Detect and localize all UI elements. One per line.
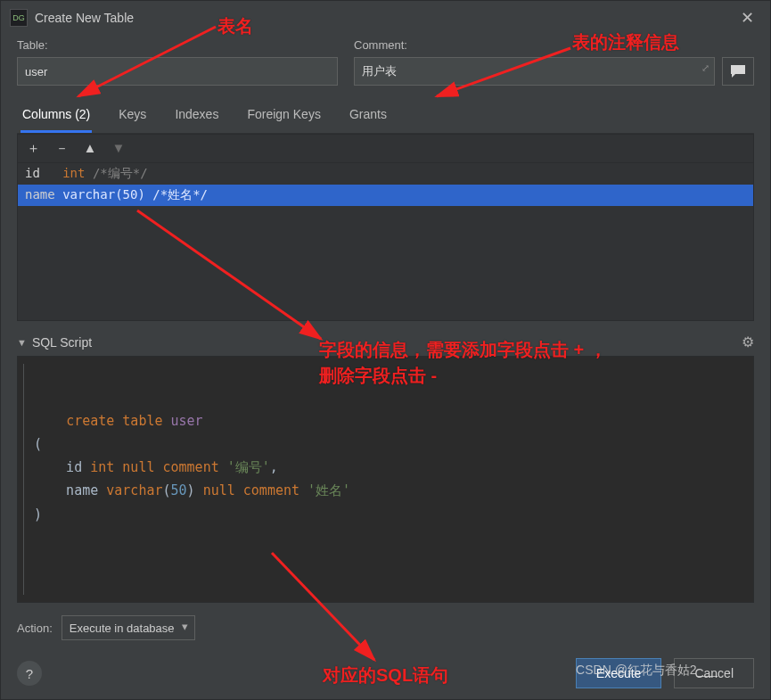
table-name-input[interactable] [17, 57, 338, 86]
column-row[interactable]: name varchar(50) /*姓名*/ [18, 185, 753, 206]
sql-editor[interactable]: create table user ( id int null comment … [17, 356, 754, 603]
help-button[interactable]: ? [17, 661, 42, 686]
disclosure-icon[interactable]: ▼ [17, 337, 27, 348]
create-table-dialog: DG Create New Table ✕ Table: Comment: ⤢ [0, 0, 771, 700]
tab-columns[interactable]: Columns (2) [21, 98, 92, 133]
app-icon: DG [10, 9, 28, 27]
add-column-icon[interactable]: ＋ [25, 140, 41, 157]
column-row[interactable]: id int /*编号*/ [18, 163, 753, 185]
tab-grants[interactable]: Grants [348, 98, 389, 133]
table-field-label: Table: [17, 38, 338, 52]
comment-dialog-button[interactable] [722, 57, 754, 86]
move-down-icon[interactable]: ▼ [111, 140, 127, 157]
tab-keys[interactable]: Keys [117, 98, 148, 133]
columns-toolbar: ＋ － ▲ ▼ [18, 135, 753, 163]
gear-icon[interactable]: ⚙ [742, 334, 754, 350]
close-icon[interactable]: ✕ [734, 6, 761, 29]
action-select[interactable]: Execute in database [62, 615, 195, 640]
dialog-title: Create New Table [35, 11, 134, 25]
tabs: Columns (2) Keys Indexes Foreign Keys Gr… [17, 98, 754, 134]
remove-column-icon[interactable]: － [53, 140, 70, 157]
execute-button[interactable]: Execute [576, 658, 662, 688]
columns-panel: ＋ － ▲ ▼ id int /*编号*/name varchar(50) /*… [17, 134, 754, 321]
titlebar: DG Create New Table ✕ [1, 1, 770, 35]
table-comment-input[interactable] [354, 57, 715, 86]
tab-indexes[interactable]: Indexes [173, 98, 220, 133]
move-up-icon[interactable]: ▲ [82, 140, 98, 157]
expand-icon[interactable]: ⤢ [701, 62, 709, 74]
sql-script-header[interactable]: ▼ SQL Script ⚙ [17, 334, 754, 350]
action-label: Action: [17, 622, 53, 635]
comment-field-label: Comment: [354, 38, 754, 52]
column-list[interactable]: id int /*编号*/name varchar(50) /*姓名*/ [18, 163, 753, 320]
tab-foreign-keys[interactable]: Foreign Keys [245, 98, 322, 133]
cancel-button[interactable]: Cancel [674, 658, 754, 688]
sql-script-label: SQL Script [32, 335, 92, 350]
